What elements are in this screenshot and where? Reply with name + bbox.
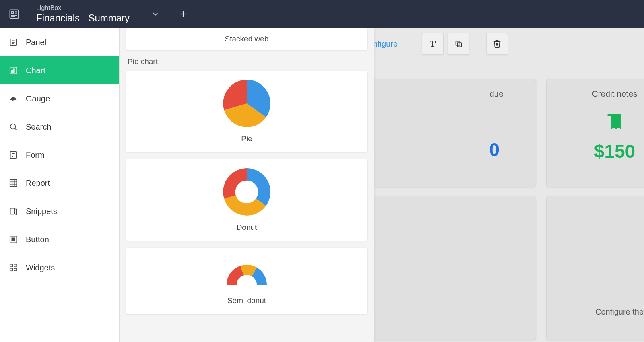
chart-option-stacked-web[interactable]: Stacked web bbox=[126, 28, 367, 50]
sidebar-item-chart[interactable]: Chart bbox=[0, 56, 119, 84]
sidebar-item-search[interactable]: Search bbox=[0, 113, 119, 141]
card-chart-placeholder[interactable] bbox=[546, 196, 644, 340]
card-title: due bbox=[351, 79, 536, 99]
delete-button[interactable] bbox=[486, 33, 508, 55]
copy-icon bbox=[454, 39, 463, 48]
sidebar-item-label: Report bbox=[26, 179, 50, 188]
svg-line-20 bbox=[15, 128, 17, 130]
semi-donut-chart-icon bbox=[221, 257, 273, 289]
copy-button[interactable] bbox=[448, 33, 469, 55]
picker-section-label: Pie chart bbox=[128, 57, 367, 66]
card-value: 0 bbox=[351, 139, 536, 161]
sidebar-item-label: Chart bbox=[26, 66, 45, 75]
add-page-button[interactable] bbox=[169, 0, 197, 28]
chart-option-label: Semi donut bbox=[227, 296, 266, 305]
svg-rect-15 bbox=[11, 70, 12, 73]
sidebar-item-label: Search bbox=[26, 122, 51, 132]
chart-option-semi-donut[interactable]: Semi donut bbox=[126, 248, 367, 314]
sidebar-item-label: Form bbox=[26, 150, 45, 160]
topbar: LightBox Financials - Summary bbox=[0, 0, 644, 28]
component-sidebar: Panel Chart Gauge Search Form bbox=[0, 28, 120, 342]
chart-option-label: Stacked web bbox=[225, 35, 269, 43]
panel-icon bbox=[9, 38, 21, 47]
card-value: $150 bbox=[547, 140, 644, 162]
text-icon: T bbox=[430, 39, 436, 49]
chart-option-pie[interactable]: Pie bbox=[126, 71, 367, 152]
sidebar-item-widgets[interactable]: Widgets bbox=[0, 253, 119, 282]
svg-rect-33 bbox=[10, 264, 12, 267]
sidebar-item-label: Snippets bbox=[26, 207, 57, 216]
snippets-icon bbox=[9, 207, 21, 216]
svg-rect-30 bbox=[10, 208, 15, 214]
pie-chart-icon bbox=[223, 80, 270, 127]
sidebar-item-label: Button bbox=[26, 235, 49, 244]
sidebar-item-gauge[interactable]: Gauge bbox=[0, 84, 119, 113]
sidebar-item-button[interactable]: Button bbox=[0, 225, 119, 253]
svg-rect-35 bbox=[10, 268, 12, 271]
card-invoices-due[interactable]: due 0 bbox=[351, 79, 536, 187]
form-icon bbox=[9, 150, 21, 159]
search-icon bbox=[9, 122, 21, 131]
svg-rect-25 bbox=[10, 180, 17, 187]
chart-option-donut[interactable]: Donut bbox=[126, 159, 367, 241]
sidebar-item-label: Gauge bbox=[26, 94, 50, 103]
svg-point-36 bbox=[14, 268, 17, 271]
chart-type-picker: Stacked web Pie chart Pie Donut bbox=[120, 28, 374, 342]
svg-rect-9 bbox=[456, 41, 460, 45]
svg-rect-1 bbox=[11, 11, 14, 14]
sidebar-item-label: Panel bbox=[26, 38, 46, 47]
widgets-icon bbox=[9, 263, 21, 272]
button-icon bbox=[9, 235, 21, 244]
svg-point-37 bbox=[235, 181, 258, 204]
report-icon bbox=[9, 179, 21, 187]
svg-point-19 bbox=[10, 124, 16, 129]
svg-rect-34 bbox=[14, 264, 17, 267]
sidebar-item-panel[interactable]: Panel bbox=[0, 28, 119, 56]
chart-config-hint: Configure the chart type and data to b bbox=[595, 307, 644, 317]
svg-point-18 bbox=[12, 99, 14, 101]
page-title-block: LightBox Financials - Summary bbox=[28, 4, 141, 24]
svg-rect-8 bbox=[457, 43, 461, 47]
sidebar-item-label: Widgets bbox=[26, 263, 55, 272]
sidebar-item-form[interactable]: Form bbox=[0, 141, 119, 169]
app-logo-icon[interactable] bbox=[0, 0, 28, 28]
configure-link[interactable]: nfigure bbox=[373, 33, 405, 55]
chart-option-label: Pie bbox=[241, 134, 252, 143]
breadcrumb: LightBox bbox=[36, 4, 138, 12]
card-partial-lower-left[interactable] bbox=[351, 196, 536, 340]
trash-icon bbox=[493, 39, 502, 48]
sidebar-item-report[interactable]: Report bbox=[0, 169, 119, 197]
chart-icon bbox=[9, 66, 21, 75]
page-dropdown-button[interactable] bbox=[141, 0, 169, 28]
card-credit-notes[interactable]: Credit notes $150 bbox=[546, 79, 644, 187]
svg-rect-32 bbox=[12, 238, 14, 241]
svg-rect-16 bbox=[13, 69, 14, 72]
card-title: Credit notes bbox=[547, 79, 644, 99]
receipt-icon bbox=[605, 112, 624, 132]
chart-option-label: Donut bbox=[237, 223, 257, 232]
text-tool-button[interactable]: T bbox=[422, 33, 444, 55]
sidebar-item-snippets[interactable]: Snippets bbox=[0, 197, 119, 225]
donut-chart-icon bbox=[223, 168, 270, 216]
page-title: Financials - Summary bbox=[36, 12, 138, 24]
gauge-icon bbox=[9, 94, 21, 103]
